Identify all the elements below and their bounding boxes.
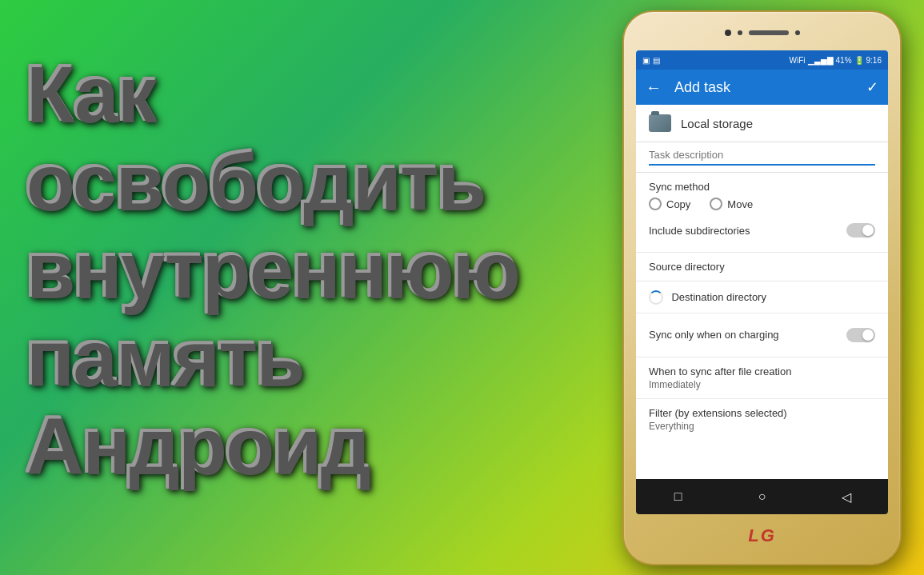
nav-recent-button[interactable]: □ (667, 485, 690, 508)
subdirectories-label: Include subdirectories (649, 225, 750, 237)
phone-dot2 (795, 30, 800, 35)
battery-percent: 41% (836, 56, 852, 65)
task-description-input[interactable] (649, 146, 875, 166)
sync-timing-title: When to sync after file creation (649, 365, 875, 377)
russian-line-4: Андроид (24, 400, 600, 488)
copy-label: Copy (666, 198, 690, 210)
phone-screen: ▣ ▤ WiFi ▁▃▅▇ 41% 🔋 9:16 ← Add task ✓ Lo… (636, 50, 888, 514)
signal-strength: ▁▃▅▇ (808, 56, 834, 65)
filter-value: Everything (649, 421, 875, 432)
charging-toggle[interactable] (846, 328, 875, 342)
screen-icon: ▣ (642, 56, 650, 65)
subdirectories-toggle[interactable] (846, 223, 875, 238)
app-header: ← Add task ✓ (636, 70, 888, 105)
sync-method-section: Sync method Copy Move Include subdirecto… (636, 173, 888, 253)
phone-bottom: LG (748, 514, 776, 557)
copy-radio[interactable] (649, 198, 662, 210)
move-radio[interactable] (710, 198, 722, 210)
phone-sensor (738, 30, 742, 35)
storage-row[interactable]: Local storage (636, 105, 888, 142)
status-bar: ▣ ▤ WiFi ▁▃▅▇ 41% 🔋 9:16 (636, 50, 888, 70)
sync-method-options: Copy Move (649, 198, 875, 210)
phone-top (630, 22, 894, 44)
loading-spinner (649, 290, 663, 305)
storage-icon (649, 114, 671, 132)
status-bar-right: WiFi ▁▃▅▇ 41% 🔋 9:16 (790, 56, 882, 65)
confirm-button[interactable]: ✓ (866, 78, 878, 96)
wifi-icon: WiFi (790, 56, 806, 65)
task-description-container (636, 142, 888, 173)
phone-device: ▣ ▤ WiFi ▁▃▅▇ 41% 🔋 9:16 ← Add task ✓ Lo… (624, 12, 900, 564)
move-label: Move (727, 198, 753, 210)
russian-text-overlay: Как освободить внутреннюю память Андроид (24, 48, 600, 488)
russian-line-2: внутреннюю (24, 224, 600, 312)
nav-home-button[interactable]: ○ (751, 485, 774, 508)
charging-row: Sync only when on charging (649, 321, 875, 349)
destination-directory-row[interactable]: Destination directory (636, 282, 888, 313)
copy-option[interactable]: Copy (649, 198, 690, 210)
storage-label: Local storage (681, 117, 753, 130)
subdirectories-row: Include subdirectories (649, 217, 875, 244)
lg-logo: LG (748, 525, 776, 546)
source-directory-row[interactable]: Source directory (636, 253, 888, 282)
nav-back-button[interactable]: ◁ (835, 485, 858, 508)
nav-bar: □ ○ ◁ (636, 479, 888, 514)
screen-icon2: ▤ (653, 56, 660, 65)
battery-icon: 🔋 (854, 56, 864, 65)
screen-title: Add task (674, 79, 854, 96)
app-content: Local storage Sync method Copy Move (636, 105, 888, 479)
status-bar-left: ▣ ▤ (642, 56, 660, 65)
sync-timing-row[interactable]: When to sync after file creation Immedia… (636, 357, 888, 399)
front-camera (725, 30, 731, 36)
russian-line-1: Как освободить (24, 48, 600, 224)
clock: 9:16 (866, 56, 882, 65)
sync-timing-value: Immediately (649, 379, 875, 390)
source-directory-title: Source directory (649, 261, 875, 273)
russian-line-3: память (24, 312, 600, 400)
phone-speaker (749, 30, 789, 35)
charging-label: Sync only when on charging (649, 329, 779, 341)
destination-directory-title: Destination directory (671, 291, 766, 303)
sync-method-title: Sync method (649, 181, 875, 193)
move-option[interactable]: Move (710, 198, 753, 210)
sync-charging-section: Sync only when on charging (636, 313, 888, 357)
back-button[interactable]: ← (646, 78, 662, 97)
filter-title: Filter (by extensions selected) (649, 407, 875, 419)
filter-row[interactable]: Filter (by extensions selected) Everythi… (636, 399, 888, 440)
